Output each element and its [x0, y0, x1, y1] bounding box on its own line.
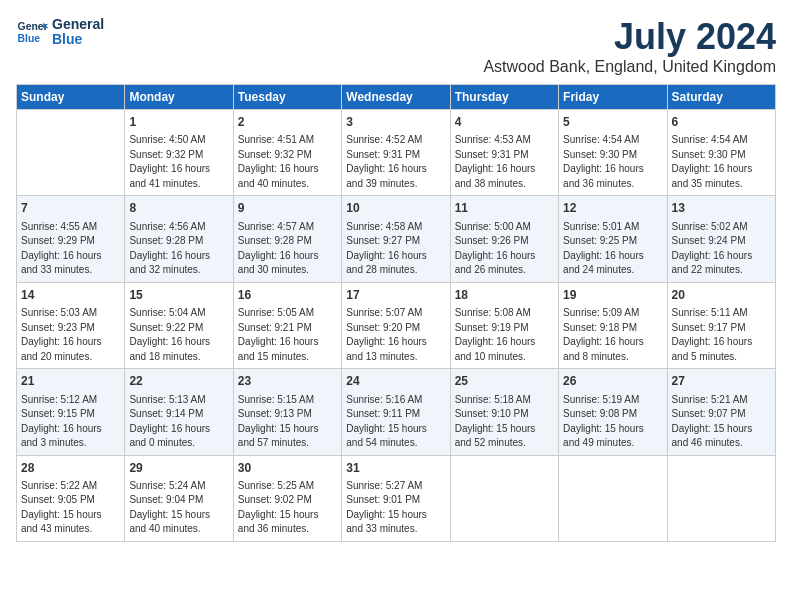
day-number: 17 — [346, 287, 445, 304]
day-number: 6 — [672, 114, 771, 131]
cell-content-line: Sunrise: 5:04 AM — [129, 306, 228, 321]
calendar-cell: 12Sunrise: 5:01 AMSunset: 9:25 PMDayligh… — [559, 196, 667, 282]
cell-content-line: Daylight: 16 hours — [21, 249, 120, 264]
cell-content-line: Sunset: 9:13 PM — [238, 407, 337, 422]
cell-content-line: and 0 minutes. — [129, 436, 228, 451]
cell-content-line: Sunrise: 4:56 AM — [129, 220, 228, 235]
cell-content-line: Daylight: 16 hours — [21, 422, 120, 437]
cell-content-line: Sunset: 9:31 PM — [455, 148, 554, 163]
day-number: 4 — [455, 114, 554, 131]
day-number: 31 — [346, 460, 445, 477]
day-number: 26 — [563, 373, 662, 390]
day-number: 10 — [346, 200, 445, 217]
calendar-cell: 15Sunrise: 5:04 AMSunset: 9:22 PMDayligh… — [125, 282, 233, 368]
cell-content-line: Sunset: 9:14 PM — [129, 407, 228, 422]
calendar-cell: 10Sunrise: 4:58 AMSunset: 9:27 PMDayligh… — [342, 196, 450, 282]
calendar-cell — [559, 455, 667, 541]
calendar-cell: 31Sunrise: 5:27 AMSunset: 9:01 PMDayligh… — [342, 455, 450, 541]
calendar-cell: 29Sunrise: 5:24 AMSunset: 9:04 PMDayligh… — [125, 455, 233, 541]
day-number: 11 — [455, 200, 554, 217]
cell-content-line: Daylight: 16 hours — [346, 335, 445, 350]
day-number: 20 — [672, 287, 771, 304]
cell-content-line: Sunrise: 5:16 AM — [346, 393, 445, 408]
cell-content-line: and 5 minutes. — [672, 350, 771, 365]
cell-content-line: Daylight: 16 hours — [672, 335, 771, 350]
calendar-cell: 30Sunrise: 5:25 AMSunset: 9:02 PMDayligh… — [233, 455, 341, 541]
cell-content-line: Sunrise: 5:19 AM — [563, 393, 662, 408]
calendar-cell: 11Sunrise: 5:00 AMSunset: 9:26 PMDayligh… — [450, 196, 558, 282]
day-number: 16 — [238, 287, 337, 304]
calendar-cell: 5Sunrise: 4:54 AMSunset: 9:30 PMDaylight… — [559, 110, 667, 196]
cell-content-line: Daylight: 16 hours — [563, 335, 662, 350]
cell-content-line: Daylight: 16 hours — [455, 162, 554, 177]
weekday-header-row: SundayMondayTuesdayWednesdayThursdayFrid… — [17, 85, 776, 110]
calendar-cell: 24Sunrise: 5:16 AMSunset: 9:11 PMDayligh… — [342, 369, 450, 455]
cell-content-line: Sunset: 9:10 PM — [455, 407, 554, 422]
cell-content-line: and 54 minutes. — [346, 436, 445, 451]
weekday-header: Saturday — [667, 85, 775, 110]
cell-content-line: and 30 minutes. — [238, 263, 337, 278]
calendar-cell: 9Sunrise: 4:57 AMSunset: 9:28 PMDaylight… — [233, 196, 341, 282]
cell-content-line: Daylight: 16 hours — [346, 162, 445, 177]
cell-content-line: and 49 minutes. — [563, 436, 662, 451]
cell-content-line: Daylight: 16 hours — [455, 249, 554, 264]
cell-content-line: and 40 minutes. — [129, 522, 228, 537]
cell-content-line: Sunrise: 4:51 AM — [238, 133, 337, 148]
weekday-header: Tuesday — [233, 85, 341, 110]
day-number: 25 — [455, 373, 554, 390]
calendar-table: SundayMondayTuesdayWednesdayThursdayFrid… — [16, 84, 776, 542]
day-number: 15 — [129, 287, 228, 304]
cell-content-line: Daylight: 16 hours — [346, 249, 445, 264]
cell-content-line: Sunset: 9:31 PM — [346, 148, 445, 163]
title-block: July 2024 Astwood Bank, England, United … — [483, 16, 776, 76]
cell-content-line: Sunrise: 5:12 AM — [21, 393, 120, 408]
cell-content-line: and 26 minutes. — [455, 263, 554, 278]
cell-content-line: Sunset: 9:29 PM — [21, 234, 120, 249]
cell-content-line: Sunset: 9:32 PM — [129, 148, 228, 163]
cell-content-line: Sunset: 9:18 PM — [563, 321, 662, 336]
calendar-cell: 28Sunrise: 5:22 AMSunset: 9:05 PMDayligh… — [17, 455, 125, 541]
cell-content-line: Daylight: 15 hours — [455, 422, 554, 437]
weekday-header: Thursday — [450, 85, 558, 110]
calendar-cell: 2Sunrise: 4:51 AMSunset: 9:32 PMDaylight… — [233, 110, 341, 196]
cell-content-line: Sunrise: 5:13 AM — [129, 393, 228, 408]
svg-text:Blue: Blue — [18, 33, 41, 44]
cell-content-line: and 38 minutes. — [455, 177, 554, 192]
day-number: 30 — [238, 460, 337, 477]
day-number: 28 — [21, 460, 120, 477]
cell-content-line: Sunset: 9:30 PM — [672, 148, 771, 163]
calendar-cell: 20Sunrise: 5:11 AMSunset: 9:17 PMDayligh… — [667, 282, 775, 368]
cell-content-line: Sunset: 9:22 PM — [129, 321, 228, 336]
calendar-cell: 19Sunrise: 5:09 AMSunset: 9:18 PMDayligh… — [559, 282, 667, 368]
calendar-cell: 17Sunrise: 5:07 AMSunset: 9:20 PMDayligh… — [342, 282, 450, 368]
cell-content-line: Daylight: 16 hours — [672, 162, 771, 177]
cell-content-line: and 8 minutes. — [563, 350, 662, 365]
cell-content-line: Daylight: 16 hours — [129, 249, 228, 264]
day-number: 21 — [21, 373, 120, 390]
cell-content-line: Sunset: 9:23 PM — [21, 321, 120, 336]
weekday-header: Sunday — [17, 85, 125, 110]
calendar-cell: 25Sunrise: 5:18 AMSunset: 9:10 PMDayligh… — [450, 369, 558, 455]
cell-content-line: Sunrise: 5:03 AM — [21, 306, 120, 321]
cell-content-line: Sunset: 9:28 PM — [238, 234, 337, 249]
cell-content-line: Daylight: 15 hours — [346, 422, 445, 437]
calendar-cell: 13Sunrise: 5:02 AMSunset: 9:24 PMDayligh… — [667, 196, 775, 282]
day-number: 24 — [346, 373, 445, 390]
cell-content-line: Sunrise: 5:15 AM — [238, 393, 337, 408]
calendar-cell: 4Sunrise: 4:53 AMSunset: 9:31 PMDaylight… — [450, 110, 558, 196]
cell-content-line: Sunrise: 5:25 AM — [238, 479, 337, 494]
calendar-cell: 23Sunrise: 5:15 AMSunset: 9:13 PMDayligh… — [233, 369, 341, 455]
day-number: 18 — [455, 287, 554, 304]
cell-content-line: Sunrise: 5:08 AM — [455, 306, 554, 321]
logo-icon: General Blue — [16, 16, 48, 48]
calendar-cell — [450, 455, 558, 541]
cell-content-line: Sunrise: 4:55 AM — [21, 220, 120, 235]
cell-content-line: Sunset: 9:08 PM — [563, 407, 662, 422]
cell-content-line: Sunrise: 4:57 AM — [238, 220, 337, 235]
cell-content-line: Sunrise: 5:01 AM — [563, 220, 662, 235]
cell-content-line: Daylight: 15 hours — [563, 422, 662, 437]
cell-content-line: Sunrise: 5:27 AM — [346, 479, 445, 494]
cell-content-line: and 18 minutes. — [129, 350, 228, 365]
day-number: 14 — [21, 287, 120, 304]
day-number: 3 — [346, 114, 445, 131]
